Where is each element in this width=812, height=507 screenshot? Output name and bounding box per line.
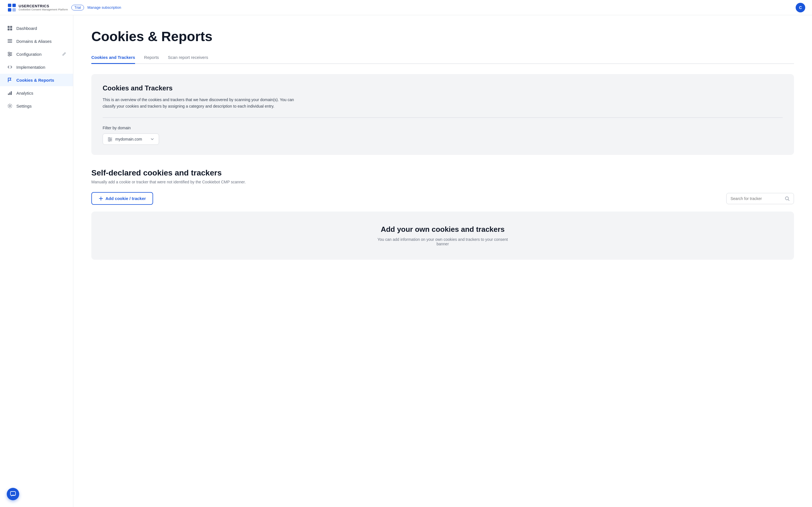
- svg-point-14: [10, 54, 11, 55]
- chat-icon: [10, 491, 16, 497]
- sidebar-item-label: Domains & Aliases: [16, 39, 66, 44]
- search-icon: [784, 196, 790, 201]
- info-card: Cookies and Trackers This is an overview…: [91, 74, 794, 155]
- svg-rect-10: [8, 42, 12, 43]
- svg-rect-17: [8, 94, 9, 95]
- logo: USERCENTRICS Cookiebot Consent Managemen…: [7, 3, 68, 13]
- filter-label: Filter by domain: [103, 126, 783, 130]
- support-chat-button[interactable]: [7, 488, 19, 500]
- tab-bar: Cookies and Trackers Reports Scan report…: [91, 52, 794, 64]
- svg-rect-5: [10, 26, 12, 28]
- topnav-left: USERCENTRICS Cookiebot Consent Managemen…: [7, 3, 121, 13]
- chevron-down-icon: [150, 137, 154, 141]
- logo-text: USERCENTRICS Cookiebot Consent Managemen…: [18, 4, 68, 11]
- sidebar-item-settings[interactable]: Settings: [0, 100, 73, 112]
- sliders-icon: [7, 51, 13, 57]
- add-button-label: Add cookie / tracker: [105, 196, 146, 201]
- plus-icon: [99, 196, 103, 201]
- add-cookie-tracker-button[interactable]: Add cookie / tracker: [91, 192, 153, 205]
- svg-rect-0: [8, 4, 11, 7]
- layout: Dashboard Domains & Aliases: [0, 15, 812, 507]
- info-card-description: This is an overview of the cookies and t…: [103, 97, 294, 110]
- tab-scan-report-receivers[interactable]: Scan report receivers: [168, 52, 208, 64]
- sidebar-item-label: Implementation: [16, 65, 66, 69]
- search-tracker-input[interactable]: [730, 196, 782, 201]
- logo-main-text: USERCENTRICS: [18, 4, 68, 8]
- sidebar-item-label: Analytics: [16, 91, 66, 96]
- svg-rect-1: [12, 4, 16, 7]
- flag-icon: [7, 77, 13, 83]
- svg-rect-18: [9, 93, 10, 95]
- bar-chart-icon: [7, 90, 13, 96]
- sidebar-item-cookies-reports[interactable]: Cookies & Reports: [0, 74, 73, 86]
- sidebar-item-analytics[interactable]: Analytics: [0, 87, 73, 99]
- svg-point-24: [110, 139, 111, 140]
- search-tracker-wrap: [726, 193, 794, 204]
- sidebar-item-label: Configuration: [16, 52, 58, 57]
- grid-icon: [7, 25, 13, 31]
- domain-value: mydomain.com: [115, 137, 142, 142]
- add-own-title: Add your own cookies and trackers: [103, 225, 783, 234]
- sidebar-item-configuration[interactable]: Configuration: [0, 48, 73, 60]
- tab-cookies-trackers[interactable]: Cookies and Trackers: [91, 52, 135, 64]
- logo-sub-text: Cookiebot Consent Management Platform: [18, 8, 68, 11]
- svg-rect-3: [12, 8, 16, 11]
- domain-filter-icon: [107, 136, 112, 142]
- page-title: Cookies & Reports: [91, 29, 794, 44]
- svg-rect-2: [8, 8, 11, 11]
- svg-point-29: [785, 196, 789, 200]
- domain-select[interactable]: mydomain.com: [103, 133, 159, 145]
- svg-point-16: [9, 55, 10, 56]
- svg-point-26: [109, 140, 110, 142]
- svg-rect-6: [8, 29, 10, 31]
- info-card-title: Cookies and Trackers: [103, 84, 783, 92]
- gear-icon: [7, 103, 13, 109]
- tab-reports[interactable]: Reports: [144, 52, 159, 64]
- svg-rect-31: [10, 492, 15, 496]
- svg-point-20: [9, 105, 11, 107]
- sidebar-item-dashboard[interactable]: Dashboard: [0, 22, 73, 34]
- svg-rect-8: [8, 39, 12, 40]
- svg-rect-4: [8, 26, 10, 28]
- manage-subscription-link[interactable]: Manage subscription: [87, 5, 121, 10]
- sidebar: Dashboard Domains & Aliases: [0, 15, 73, 507]
- self-declared-title: Self-declared cookies and trackers: [91, 168, 794, 177]
- section-actions: Add cookie / tracker: [91, 192, 794, 205]
- svg-line-30: [788, 200, 790, 201]
- topnav: USERCENTRICS Cookiebot Consent Managemen…: [0, 0, 812, 15]
- sidebar-item-label: Cookies & Reports: [16, 78, 66, 82]
- info-card-divider: [103, 117, 783, 118]
- self-declared-description: Manually add a cookie or tracker that we…: [91, 180, 794, 184]
- code-icon: [7, 64, 13, 70]
- logo-icon: [7, 3, 17, 13]
- trial-badge: Trial: [71, 5, 84, 10]
- svg-point-22: [109, 137, 110, 138]
- sidebar-item-implementation[interactable]: Implementation: [0, 61, 73, 73]
- avatar[interactable]: C: [796, 3, 805, 12]
- svg-rect-9: [8, 41, 12, 41]
- sidebar-item-label: Settings: [16, 104, 66, 108]
- svg-point-12: [8, 52, 10, 54]
- main-content: Cookies & Reports Cookies and Trackers R…: [73, 15, 812, 507]
- sidebar-item-domains[interactable]: Domains & Aliases: [0, 35, 73, 47]
- sidebar-item-label: Dashboard: [16, 26, 66, 31]
- edit-icon: [62, 52, 66, 56]
- svg-rect-7: [10, 29, 12, 31]
- add-own-description: You can add information on your own cook…: [372, 237, 513, 246]
- table-icon: [7, 38, 13, 44]
- add-own-card: Add your own cookies and trackers You ca…: [91, 212, 794, 260]
- svg-rect-19: [11, 91, 12, 95]
